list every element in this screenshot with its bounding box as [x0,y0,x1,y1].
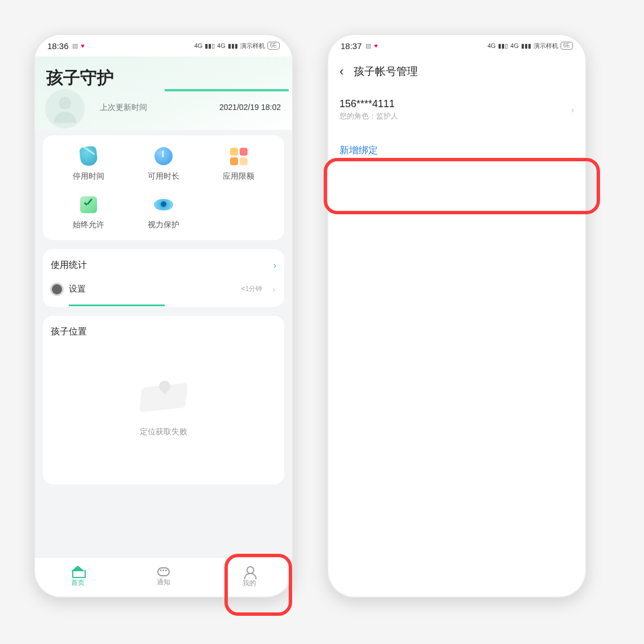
check-icon [80,196,97,213]
chevron-right-icon: › [571,105,574,115]
signal-4g-icon: 4G [194,42,202,49]
grid-icon [230,148,248,165]
usage-duration: <1分钟 [241,284,263,294]
feature-label: 视力保护 [148,220,179,230]
header-area: 孩子守护 上次更新时间 2021/02/19 18:02 [35,56,292,130]
feature-app-quota[interactable]: 应用限额 [201,145,276,182]
back-button[interactable]: ‹ [339,64,343,79]
page-title: 孩子帐号管理 [354,64,418,79]
clock-icon [155,147,173,165]
nav-home[interactable]: 首页 [71,567,85,588]
page-header: ‹ 孩子帐号管理 [328,56,585,96]
phone-screen-home: 18:36 ▧ ♥ 4G ▮▮▯ 4G ▮▮▮ 演示样机 6E 孩子守护 上次更… [34,34,293,598]
location-fail-text: 定位获取失败 [140,427,187,437]
image-icon: ▧ [365,42,371,50]
signal-bars-icon-2: ▮▮▮ [228,42,238,50]
gear-icon [52,284,62,294]
status-time: 18:37 [341,41,362,51]
heart-icon: ♥ [374,42,378,49]
status-device: 演示样机 [240,42,265,50]
nav-label: 通知 [157,577,170,587]
page-title: 孩子守护 [46,67,281,90]
feature-label: 应用限额 [223,171,254,182]
nav-label: 首页 [71,578,85,588]
feature-eye-protection[interactable]: 视力保护 [126,194,201,230]
image-icon: ▧ [72,42,78,50]
feature-always-allow[interactable]: 始终允许 [51,194,126,230]
signal-bars-icon: ▮▮▯ [205,42,215,50]
feature-label: 始终允许 [73,220,104,230]
status-time: 18:36 [47,41,69,51]
home-icon [72,567,83,577]
signal-4g-icon-2: 4G [510,42,519,49]
accent-line [165,89,289,91]
nav-mine[interactable]: 我的 [242,566,256,588]
usage-item-name: 设置 [69,284,86,293]
usage-card: 使用统计 › 设置 <1分钟 › [43,249,284,307]
last-update-time: 2021/02/19 18:02 [219,103,281,113]
last-update-label: 上次更新时间 [100,103,147,113]
features-card: 停用时间 可用时长 应用限额 始终允许 视力保护 [43,135,284,240]
signal-4g-icon: 4G [487,42,496,49]
nav-label: 我的 [242,579,256,588]
status-bar: 18:37 ▧ ♥ 4G ▮▮▯ 4G ▮▮▮ 演示样机 6E [328,35,585,56]
signal-bars-icon-2: ▮▮▮ [521,42,531,50]
feature-label: 停用时间 [73,171,104,182]
usage-title: 使用统计 [51,259,87,271]
usage-header[interactable]: 使用统计 › [51,259,276,271]
chat-icon [157,567,170,576]
signal-bars-icon: ▮▮▯ [498,42,508,50]
chevron-right-icon: › [272,285,275,294]
usage-row-settings[interactable]: 设置 <1分钟 › [51,281,276,297]
feature-available-time[interactable]: 可用时长 [126,145,201,182]
content-scroll[interactable]: 停用时间 可用时长 应用限额 始终允许 视力保护 [35,130,292,557]
signal-4g-icon-2: 4G [217,42,226,49]
map-pin-icon [141,385,186,419]
nav-notifications[interactable]: 通知 [157,567,170,587]
status-bar: 18:36 ▧ ♥ 4G ▮▮▯ 4G ▮▮▮ 演示样机 6E [35,35,292,56]
account-phone: 156****4111 [339,98,398,110]
add-binding-button[interactable]: 新增绑定 [328,127,585,174]
location-card: 孩子位置 定位获取失败 [43,316,284,484]
feature-downtime[interactable]: 停用时间 [51,145,126,182]
phone-screen-account-manage: 18:37 ▧ ♥ 4G ▮▮▯ 4G ▮▮▮ 演示样机 6E ‹ 孩子帐号管理… [327,34,586,598]
account-row[interactable]: 156****4111 您的角色：监护人 › [328,96,585,127]
avatar [45,89,85,129]
eye-icon [154,199,173,210]
shield-icon [79,146,98,167]
heart-icon: ♥ [81,42,85,49]
location-title: 孩子位置 [51,326,276,338]
chevron-right-icon: › [274,261,276,271]
bottom-nav: 首页 通知 我的 [35,557,292,597]
status-device: 演示样机 [533,42,558,50]
battery-icon: 6E [267,42,280,50]
account-role: 您的角色：监护人 [339,111,398,121]
person-icon [244,566,254,577]
usage-progress-bar [69,305,165,306]
feature-label: 可用时长 [148,171,179,182]
battery-icon: 6E [561,42,573,50]
